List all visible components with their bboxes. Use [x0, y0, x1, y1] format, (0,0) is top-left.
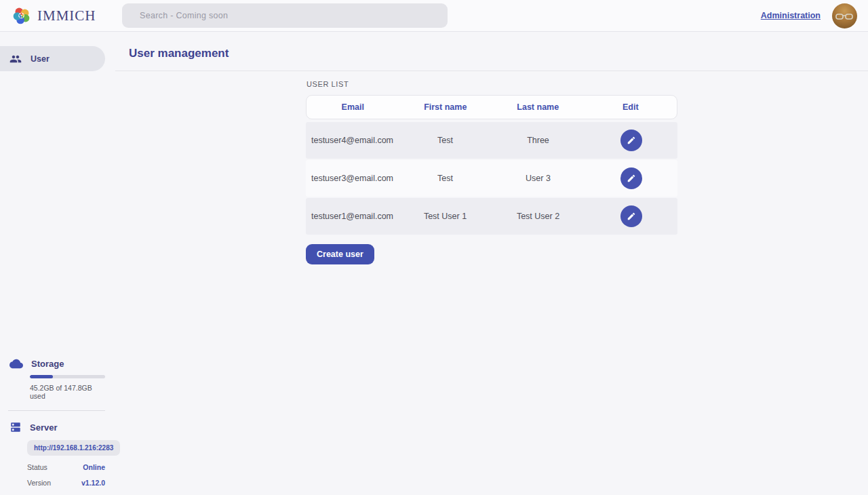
user-last-name: Test User 2	[492, 212, 585, 221]
server-status-label: Status	[27, 463, 47, 471]
server-title: Server	[30, 422, 57, 433]
edit-user-button[interactable]	[620, 205, 642, 227]
users-group-icon	[9, 53, 22, 65]
storage-title: Storage	[31, 359, 64, 369]
column-header-email: Email	[307, 102, 399, 112]
table-row: testuser3@email.com Test User 3	[306, 160, 677, 197]
user-email: testuser1@email.com	[306, 212, 399, 221]
user-first-name: Test	[399, 174, 492, 183]
sidebar-item-label: User	[31, 54, 50, 64]
cloud-storage-icon	[9, 359, 23, 369]
user-first-name: Test User 1	[399, 212, 492, 221]
edit-user-button[interactable]	[620, 130, 642, 151]
main-content: User management USER LIST Email First na…	[115, 32, 868, 495]
create-user-button[interactable]: Create user	[306, 244, 374, 264]
server-version-value: v1.12.0	[81, 479, 105, 487]
pencil-icon	[627, 212, 636, 221]
server-status-value: Online	[83, 463, 105, 471]
user-last-name: User 3	[492, 174, 585, 183]
user-list-label: USER LIST	[307, 80, 677, 88]
immich-flower-icon	[12, 6, 31, 25]
server-url-badge: http://192.168.1.216:2283	[27, 440, 120, 456]
user-avatar[interactable]	[832, 3, 857, 28]
storage-usage-text: 45.2GB of 147.8GB used	[30, 384, 105, 400]
sidebar-item-user[interactable]: User	[0, 46, 105, 71]
user-last-name: Three	[492, 136, 585, 145]
pencil-icon	[627, 136, 636, 145]
search-input[interactable]	[122, 3, 448, 28]
user-email: testuser4@email.com	[306, 136, 399, 145]
user-email: testuser3@email.com	[306, 174, 399, 183]
server-version-label: Version	[27, 479, 51, 487]
panel-divider	[8, 410, 105, 411]
user-first-name: Test	[399, 136, 492, 145]
avatar-glasses-detail	[835, 12, 854, 24]
column-header-last-name: Last name	[492, 102, 585, 112]
column-header-first-name: First name	[399, 102, 492, 112]
administration-link[interactable]: Administration	[761, 11, 821, 20]
app-logo[interactable]: IMMICH	[12, 6, 96, 25]
user-table-header: Email First name Last name Edit	[306, 95, 677, 119]
storage-progress-fill	[30, 375, 53, 378]
page-title: User management	[129, 47, 868, 60]
logo-wordmark: IMMICH	[37, 7, 96, 24]
page-title-bar: User management	[115, 32, 868, 71]
edit-user-button[interactable]	[620, 167, 642, 189]
pencil-icon	[627, 174, 636, 183]
table-row: testuser1@email.com Test User 1 Test Use…	[306, 198, 677, 235]
column-header-edit: Edit	[585, 102, 677, 112]
sidebar-status-panel: Storage 45.2GB of 147.8GB used Server ht…	[0, 359, 105, 487]
storage-progress-bar	[30, 375, 105, 378]
server-icon	[9, 421, 22, 433]
table-row: testuser4@email.com Test Three	[306, 122, 677, 159]
admin-sidebar: User Storage 45.2GB of 147.8GB used	[0, 32, 115, 495]
top-bar: IMMICH Administration	[0, 0, 868, 32]
